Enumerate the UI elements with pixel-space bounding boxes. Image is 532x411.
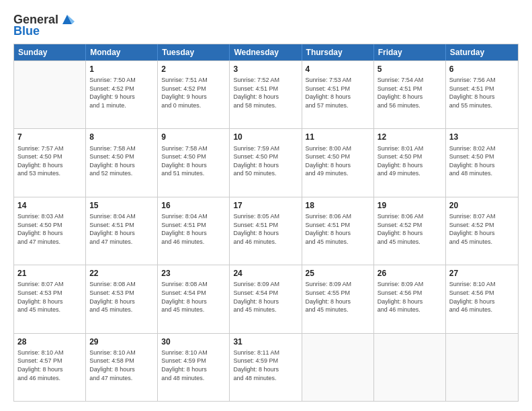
- day-number: 8: [89, 132, 154, 142]
- calendar-cell: 31Sunrise: 8:11 AMSunset: 4:59 PMDayligh…: [230, 334, 302, 401]
- calendar-cell: 30Sunrise: 8:10 AMSunset: 4:59 PMDayligh…: [158, 334, 230, 401]
- calendar-cell: [374, 334, 446, 401]
- logo-blue-text: Blue: [13, 24, 40, 38]
- cell-info: Sunrise: 8:08 AMSunset: 4:53 PMDaylight:…: [89, 280, 154, 314]
- day-number: 22: [89, 268, 154, 279]
- calendar-cell: 20Sunrise: 8:07 AMSunset: 4:52 PMDayligh…: [446, 197, 518, 265]
- logo-icon: [60, 12, 75, 27]
- cell-info: Sunrise: 8:00 AMSunset: 4:50 PMDaylight:…: [306, 144, 370, 178]
- calendar-cell: 11Sunrise: 8:00 AMSunset: 4:50 PMDayligh…: [302, 129, 374, 196]
- cell-info: Sunrise: 8:11 AMSunset: 4:59 PMDaylight:…: [233, 349, 298, 382]
- calendar-cell: 9Sunrise: 7:58 AMSunset: 4:50 PMDaylight…: [158, 129, 230, 196]
- day-number: 6: [449, 64, 515, 75]
- day-number: 21: [17, 268, 82, 279]
- header: General Blue: [13, 12, 519, 38]
- calendar-day-header: Thursday: [302, 44, 374, 60]
- cell-info: Sunrise: 8:07 AMSunset: 4:52 PMDaylight:…: [449, 212, 515, 246]
- day-number: 5: [378, 64, 442, 75]
- day-number: 3: [233, 64, 298, 75]
- cell-info: Sunrise: 8:04 AMSunset: 4:51 PMDaylight:…: [161, 212, 226, 246]
- day-number: 1: [89, 64, 154, 75]
- cell-info: Sunrise: 7:56 AMSunset: 4:51 PMDaylight:…: [449, 76, 515, 109]
- calendar-cell: 1Sunrise: 7:50 AMSunset: 4:52 PMDaylight…: [86, 61, 158, 128]
- calendar-cell: 25Sunrise: 8:09 AMSunset: 4:55 PMDayligh…: [302, 265, 374, 332]
- day-number: 11: [306, 132, 370, 142]
- calendar-row: 7Sunrise: 7:57 AMSunset: 4:50 PMDaylight…: [14, 128, 518, 196]
- calendar-header: SundayMondayTuesdayWednesdayThursdayFrid…: [14, 44, 518, 60]
- day-number: 30: [161, 336, 226, 347]
- cell-info: Sunrise: 8:02 AMSunset: 4:50 PMDaylight:…: [449, 144, 515, 178]
- day-number: 17: [233, 200, 298, 211]
- day-number: 10: [233, 132, 298, 142]
- day-number: 24: [233, 268, 298, 279]
- calendar: SundayMondayTuesdayWednesdayThursdayFrid…: [13, 44, 519, 402]
- cell-info: Sunrise: 8:10 AMSunset: 4:59 PMDaylight:…: [161, 349, 226, 382]
- calendar-cell: 17Sunrise: 8:05 AMSunset: 4:51 PMDayligh…: [230, 197, 302, 265]
- day-number: 27: [449, 268, 515, 279]
- calendar-cell: 4Sunrise: 7:53 AMSunset: 4:51 PMDaylight…: [302, 61, 374, 128]
- calendar-row: 14Sunrise: 8:03 AMSunset: 4:50 PMDayligh…: [14, 197, 518, 265]
- cell-info: Sunrise: 8:05 AMSunset: 4:51 PMDaylight:…: [233, 212, 298, 246]
- cell-info: Sunrise: 8:09 AMSunset: 4:56 PMDaylight:…: [378, 280, 442, 314]
- day-number: 12: [378, 132, 442, 142]
- calendar-cell: 5Sunrise: 7:54 AMSunset: 4:51 PMDaylight…: [374, 61, 446, 128]
- day-number: 18: [306, 200, 370, 211]
- calendar-cell: 18Sunrise: 8:06 AMSunset: 4:51 PMDayligh…: [302, 197, 374, 265]
- logo: General Blue: [13, 12, 75, 38]
- calendar-cell: [446, 334, 518, 401]
- cell-info: Sunrise: 7:51 AMSunset: 4:52 PMDaylight:…: [161, 76, 226, 109]
- calendar-cell: 22Sunrise: 8:08 AMSunset: 4:53 PMDayligh…: [86, 265, 158, 332]
- calendar-cell: 12Sunrise: 8:01 AMSunset: 4:50 PMDayligh…: [374, 129, 446, 196]
- cell-info: Sunrise: 8:10 AMSunset: 4:58 PMDaylight:…: [89, 349, 154, 382]
- calendar-day-header: Wednesday: [230, 44, 302, 60]
- calendar-cell: 13Sunrise: 8:02 AMSunset: 4:50 PMDayligh…: [446, 129, 518, 196]
- calendar-cell: 21Sunrise: 8:07 AMSunset: 4:53 PMDayligh…: [14, 265, 86, 332]
- calendar-cell: 7Sunrise: 7:57 AMSunset: 4:50 PMDaylight…: [14, 129, 86, 196]
- calendar-cell: 16Sunrise: 8:04 AMSunset: 4:51 PMDayligh…: [158, 197, 230, 265]
- cell-info: Sunrise: 7:59 AMSunset: 4:50 PMDaylight:…: [233, 144, 298, 178]
- cell-info: Sunrise: 7:50 AMSunset: 4:52 PMDaylight:…: [89, 76, 154, 109]
- cell-info: Sunrise: 8:04 AMSunset: 4:51 PMDaylight:…: [89, 212, 154, 246]
- day-number: 26: [378, 268, 442, 279]
- cell-info: Sunrise: 8:08 AMSunset: 4:54 PMDaylight:…: [161, 280, 226, 314]
- day-number: 9: [161, 132, 226, 142]
- cell-info: Sunrise: 8:06 AMSunset: 4:52 PMDaylight:…: [378, 212, 442, 246]
- calendar-day-header: Sunday: [14, 44, 86, 60]
- calendar-cell: 19Sunrise: 8:06 AMSunset: 4:52 PMDayligh…: [374, 197, 446, 265]
- calendar-row: 28Sunrise: 8:10 AMSunset: 4:57 PMDayligh…: [14, 333, 518, 401]
- cell-info: Sunrise: 7:52 AMSunset: 4:51 PMDaylight:…: [233, 76, 298, 109]
- cell-info: Sunrise: 8:09 AMSunset: 4:54 PMDaylight:…: [233, 280, 298, 314]
- cell-info: Sunrise: 7:58 AMSunset: 4:50 PMDaylight:…: [161, 144, 226, 178]
- calendar-cell: 15Sunrise: 8:04 AMSunset: 4:51 PMDayligh…: [86, 197, 158, 265]
- calendar-cell: 27Sunrise: 8:10 AMSunset: 4:56 PMDayligh…: [446, 265, 518, 332]
- day-number: 13: [449, 132, 515, 142]
- calendar-cell: 14Sunrise: 8:03 AMSunset: 4:50 PMDayligh…: [14, 197, 86, 265]
- cell-info: Sunrise: 8:10 AMSunset: 4:57 PMDaylight:…: [17, 349, 82, 382]
- calendar-body: 1Sunrise: 7:50 AMSunset: 4:52 PMDaylight…: [14, 60, 518, 401]
- day-number: 23: [161, 268, 226, 279]
- cell-info: Sunrise: 7:58 AMSunset: 4:50 PMDaylight:…: [89, 144, 154, 178]
- calendar-day-header: Tuesday: [158, 44, 230, 60]
- calendar-cell: 2Sunrise: 7:51 AMSunset: 4:52 PMDaylight…: [158, 61, 230, 128]
- day-number: 15: [89, 200, 154, 211]
- calendar-cell: 29Sunrise: 8:10 AMSunset: 4:58 PMDayligh…: [86, 334, 158, 401]
- day-number: 31: [233, 336, 298, 347]
- calendar-row: 21Sunrise: 8:07 AMSunset: 4:53 PMDayligh…: [14, 265, 518, 332]
- calendar-cell: 8Sunrise: 7:58 AMSunset: 4:50 PMDaylight…: [86, 129, 158, 196]
- day-number: 7: [17, 132, 82, 142]
- cell-info: Sunrise: 8:03 AMSunset: 4:50 PMDaylight:…: [17, 212, 82, 246]
- calendar-cell: 24Sunrise: 8:09 AMSunset: 4:54 PMDayligh…: [230, 265, 302, 332]
- day-number: 4: [306, 64, 370, 75]
- cell-info: Sunrise: 8:10 AMSunset: 4:56 PMDaylight:…: [449, 280, 515, 314]
- calendar-cell: 6Sunrise: 7:56 AMSunset: 4:51 PMDaylight…: [446, 61, 518, 128]
- day-number: 20: [449, 200, 515, 211]
- day-number: 29: [89, 336, 154, 347]
- cell-info: Sunrise: 7:57 AMSunset: 4:50 PMDaylight:…: [17, 144, 82, 178]
- day-number: 16: [161, 200, 226, 211]
- day-number: 28: [17, 336, 82, 347]
- cell-info: Sunrise: 8:09 AMSunset: 4:55 PMDaylight:…: [306, 280, 370, 314]
- calendar-cell: 10Sunrise: 7:59 AMSunset: 4:50 PMDayligh…: [230, 129, 302, 196]
- cell-info: Sunrise: 7:53 AMSunset: 4:51 PMDaylight:…: [306, 76, 370, 109]
- day-number: 2: [161, 64, 226, 75]
- cell-info: Sunrise: 8:01 AMSunset: 4:50 PMDaylight:…: [378, 144, 442, 178]
